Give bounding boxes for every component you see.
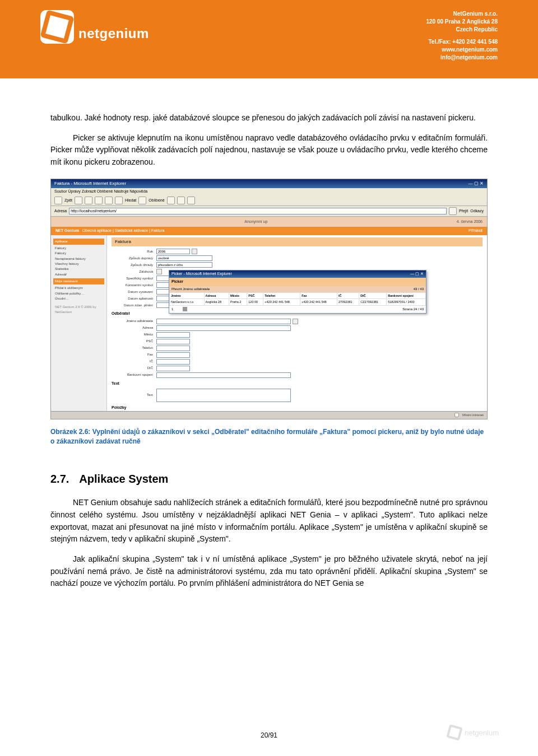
tab-general[interactable]: Obecná aplikace [82,228,112,232]
advance-checkbox[interactable] [156,269,162,274]
refresh-button[interactable] [95,197,103,204]
watermark-text: netgenium [465,729,499,737]
picker-col: IČ [337,292,359,299]
search-label: Hledat [125,198,136,204]
search-icon[interactable] [115,197,123,204]
status-text: Místní intranet [462,413,484,418]
sidebar-item[interactable]: Faktury [53,246,104,251]
sidebar-item[interactable]: Nezaplacené faktury [53,256,104,262]
picker-sub-label: Převzít Jméno odběratele [171,287,210,292]
row-label: Město [112,332,156,337]
row-label: Bankovní spojení [112,372,156,377]
sidebar-item[interactable]: Všechny faktury [53,262,104,267]
customer-bank-input[interactable] [156,372,291,378]
window-title: Faktura - Microsoft Internet Explorer [54,180,126,187]
customer-fax-input[interactable] [156,352,190,358]
picker-col: PSČ [247,292,263,299]
company-country: Czech Republic [426,26,498,34]
tab-invoice[interactable]: Faktura [151,228,165,232]
picker-page-select[interactable]: 1 [171,307,183,312]
row-label: Zálohová [112,269,156,274]
para-2: Picker se aktivuje klepnutím na ikonu um… [50,132,488,169]
forward-button[interactable] [75,197,82,204]
sidebar: Aplikace Faktury Faktury Nezaplacené fak… [51,235,107,419]
home-button[interactable] [105,197,113,204]
row-label: IČ [112,359,156,364]
login-link[interactable]: Přihlásit [469,228,483,234]
year-input[interactable]: 2006 [156,249,190,254]
picker-col: Jméno [170,292,205,299]
customer-ic-input[interactable] [156,359,190,365]
window-titlebar: Faktura - Microsoft Internet Explorer — … [51,179,487,188]
company-tel: Tel./Fax: +420 242 441 548 [426,38,498,46]
sidebar-item[interactable]: Adresář [53,272,104,277]
payment-select[interactable]: převodem z účtu [156,262,212,268]
row-label: Specifický symbol [112,276,156,281]
text-textarea[interactable] [156,389,291,402]
para-1: tabulkou. Jaké hodnoty resp. jaké databá… [50,112,488,124]
tab-stats[interactable]: Statistické aktivace [115,228,149,232]
last-icon[interactable] [186,307,187,311]
figure-caption: Obrázek 2.6: Vyplnění údajů o zákazníkov… [50,427,488,446]
print-button[interactable] [187,197,195,204]
row-label: Datum zdan. plnění [112,303,156,308]
picker-popup: Picker - Microsoft Internet Explorer — ▢… [169,270,426,314]
watermark: netgenium [448,726,499,739]
customer-zip-input[interactable] [156,339,190,344]
customer-address-input[interactable] [156,325,291,331]
main-pane: Faktura Rok2006 Způsob dopravyosobně Způ… [107,235,487,419]
picker-close-icon[interactable]: — ▢ ✕ [410,271,424,277]
row-label: Jméno odběratele [112,319,156,324]
sidebar-header-settings: Moje nastavení [53,278,104,284]
history-button[interactable] [167,197,175,204]
window-controls[interactable]: — ▢ ✕ [469,180,484,187]
user-label: Anonymní up [244,219,267,225]
back-button[interactable] [54,197,62,204]
favorites-label: Oblíbené [149,198,164,204]
header-contact: NetGenium s.r.o. 120 00 Praha 2 Anglická… [426,10,498,62]
links-label: Odkazy [470,208,484,214]
customer-dic-input[interactable] [156,366,190,371]
go-button[interactable] [449,207,457,215]
sidebar-header-apps: Aplikace [53,239,104,245]
picker-col: Fax [300,292,337,299]
picker-table: Jméno Adresa Město PSČ Telefon Fax IČ DI… [169,292,426,306]
sidebar-item[interactable]: Statistika [53,267,104,272]
customer-phone-input[interactable] [156,346,190,351]
picker-header: Picker [169,278,426,286]
company-name: NetGenium s.r.o. [426,10,498,18]
row-label: Rok [112,249,156,254]
sidebar-item[interactable]: Přidat k oblíbeným [53,286,104,291]
picker-icon[interactable] [293,319,298,324]
sidebar-item[interactable]: Faktury [53,251,104,256]
customer-name-input[interactable] [156,319,291,324]
picker-row[interactable]: NetGenium s.r.o. Anglická 28 Praha 2 120… [170,299,426,306]
picker-icon[interactable] [192,249,197,254]
browser-menubar[interactable]: Soubor Úpravy Zobrazit Oblíbené Nástroje… [51,188,487,195]
section-text: Text [112,379,483,388]
logo: netgenium [40,10,149,44]
logo-text: netgenium [78,26,149,41]
para-4: Jak aplikační skupina „System" tak i v n… [50,553,488,590]
page-number: 20/91 [261,731,277,739]
company-web: www.netgenium.com [426,46,498,54]
stop-button[interactable] [85,197,92,204]
sidebar-item[interactable]: Oblíbené položky… [53,291,104,296]
favorites-icon[interactable] [138,197,146,204]
watermark-icon [447,724,463,740]
picker-col: DIČ [359,292,387,299]
transport-select[interactable]: osobně [156,255,212,261]
customer-city-input[interactable] [156,332,190,338]
section-title: Aplikace System [79,473,168,485]
address-input[interactable] [69,208,447,214]
address-label: Adresa [54,208,67,214]
statusbar: Místní intranet [51,411,487,419]
mail-button[interactable] [177,197,185,204]
date-label: 4. června 2006 [457,219,483,225]
section-heading: 2.7.Aplikace System [50,470,488,488]
row-label: PSČ [112,339,156,344]
company-email: info@netgenium.com [426,54,498,62]
zone-icon [454,413,459,417]
sidebar-item[interactable]: Úvodní… [53,296,104,301]
sidebar-footer: NET Genium 2.9 © 2006 by NetGenium [53,305,104,315]
